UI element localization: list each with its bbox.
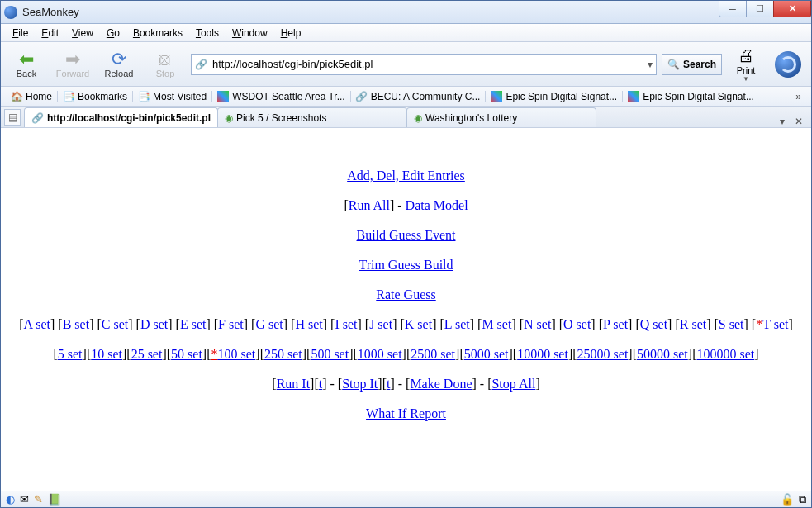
- tab-dropdown[interactable]: ▾: [775, 116, 790, 127]
- tab-1[interactable]: ◉Pick 5 / Screenshots: [217, 107, 407, 127]
- url-bar[interactable]: 🔗 ▾: [191, 54, 657, 75]
- forward-button[interactable]: ➡ Forward: [52, 50, 93, 78]
- link-set-K-set[interactable]: K set: [405, 317, 432, 331]
- link-set-F-set[interactable]: F set: [218, 317, 244, 331]
- new-tab-button[interactable]: ▤: [4, 109, 21, 126]
- bookmark-label: Epic Spin Digital Signat...: [506, 91, 617, 102]
- dropdown-icon[interactable]: ▾: [648, 59, 653, 70]
- menu-tools[interactable]: Tools: [189, 26, 226, 40]
- link-make-done[interactable]: Make Done: [410, 377, 472, 391]
- bookmark-label: Most Visited: [153, 91, 207, 102]
- tab-close[interactable]: ✕: [790, 116, 808, 127]
- bookmark-label: WSDOT Seattle Area Tr...: [232, 91, 345, 102]
- tab-bar: ▤ 🔗http://localhost/cgi-bin/pick5edit.pl…: [1, 107, 811, 128]
- favicon-icon: [628, 91, 639, 102]
- menu-bookmarks[interactable]: Bookmarks: [126, 26, 189, 40]
- link-stop-it[interactable]: Stop It: [342, 377, 378, 391]
- link-set-B-set[interactable]: B set: [63, 317, 89, 331]
- status-zoom-icon[interactable]: ⧉: [799, 493, 806, 506]
- menu-edit[interactable]: Edit: [35, 26, 65, 40]
- number-sets-row: [5 set][10 set][25 set][50 set][*100 set…: [1, 347, 811, 362]
- reload-icon: ⟳: [112, 50, 126, 69]
- menu-go[interactable]: Go: [100, 26, 126, 40]
- link-data-model[interactable]: Data Model: [406, 198, 468, 212]
- close-button[interactable]: ✕: [773, 1, 811, 17]
- link-set-E-set[interactable]: E set: [180, 317, 207, 331]
- link-set-D-set[interactable]: D set: [140, 317, 168, 331]
- tab-label: http://localhost/cgi-bin/pick5edit.pl: [47, 112, 211, 124]
- link-numset-500-set[interactable]: 500 set: [311, 347, 349, 361]
- status-online-icon[interactable]: ◐: [6, 493, 15, 506]
- link-rate-guess[interactable]: Rate Guess: [376, 287, 435, 301]
- link-numset-2500-set[interactable]: 2500 set: [411, 347, 455, 361]
- status-security-icon[interactable]: 🔓: [781, 493, 794, 506]
- link-numset-1000-set[interactable]: 1000 set: [358, 347, 402, 361]
- link-add-del-edit[interactable]: Add, Del, Edit Entries: [347, 169, 465, 183]
- link-numset-5-set[interactable]: 5 set: [58, 347, 83, 361]
- link-trim-guess[interactable]: Trim Guess Build: [359, 258, 453, 272]
- menu-help[interactable]: Help: [274, 26, 308, 40]
- print-button[interactable]: 🖨 Print ▼: [727, 46, 765, 83]
- link-numset-50-set[interactable]: 50 set: [171, 347, 202, 361]
- link-numset-50000-set[interactable]: 50000 set: [637, 347, 688, 361]
- link-set-L-set[interactable]: L set: [444, 317, 470, 331]
- link-set-T-set[interactable]: *T set: [756, 317, 788, 331]
- link-numset-10-set[interactable]: 10 set: [91, 347, 122, 361]
- link-set-I-set[interactable]: I set: [335, 317, 357, 331]
- menu-file[interactable]: File: [6, 26, 35, 40]
- maximize-button[interactable]: ☐: [746, 1, 774, 17]
- link-numset-100000-set[interactable]: 100000 set: [696, 347, 754, 361]
- search-button[interactable]: 🔍 Search: [662, 54, 722, 75]
- page-content: Add, Del, Edit Entries [Run All] - Data …: [1, 129, 811, 490]
- link-what-if[interactable]: What If Report: [366, 406, 446, 420]
- link-run-it[interactable]: Run It: [277, 377, 310, 391]
- link-numset-100-set[interactable]: *100 set: [211, 347, 256, 361]
- bookmark-item-6[interactable]: Epic Spin Digital Signat...: [623, 89, 759, 104]
- print-label: Print: [737, 65, 756, 75]
- link-set-P-set[interactable]: P set: [603, 317, 628, 331]
- favicon-icon: ◉: [225, 112, 233, 124]
- link-numset-25-set[interactable]: 25 set: [131, 347, 163, 361]
- link-stop-all[interactable]: Stop All: [491, 377, 535, 391]
- link-set-Q-set[interactable]: Q set: [640, 317, 667, 331]
- bookmark-item-4[interactable]: 🔗BECU: A Community C...: [351, 89, 486, 104]
- bookmark-item-3[interactable]: WSDOT Seattle Area Tr...: [212, 89, 350, 104]
- link-set-S-set[interactable]: S set: [719, 317, 744, 331]
- link-run-all[interactable]: Run All: [349, 198, 390, 212]
- link-set-A-set[interactable]: A set: [24, 317, 50, 331]
- window-title: SeaMonkey: [22, 6, 79, 18]
- link-set-G-set[interactable]: G set: [255, 317, 283, 331]
- status-compose-icon[interactable]: ✎: [34, 493, 43, 506]
- link-set-O-set[interactable]: O set: [563, 317, 591, 331]
- menu-window[interactable]: Window: [226, 26, 274, 40]
- back-button[interactable]: ⬅ Back: [6, 50, 47, 78]
- link-numset-250-set[interactable]: 250 set: [264, 347, 302, 361]
- menu-view[interactable]: View: [65, 26, 100, 40]
- link-set-J-set[interactable]: J set: [369, 317, 392, 331]
- link-numset-25000-set[interactable]: 25000 set: [577, 347, 629, 361]
- bookmark-item-2[interactable]: 📑Most Visited: [133, 89, 211, 104]
- bookmark-item-5[interactable]: Epic Spin Digital Signat...: [486, 89, 622, 104]
- back-label: Back: [17, 69, 36, 78]
- throbber-icon: [775, 51, 801, 78]
- bookmark-label: Home: [26, 91, 52, 102]
- stop-button[interactable]: ⦻ Stop: [145, 50, 186, 78]
- status-addressbook-icon[interactable]: 📗: [48, 493, 61, 506]
- link-build-guess[interactable]: Build Guess Event: [357, 228, 456, 242]
- link-set-R-set[interactable]: R set: [680, 317, 706, 331]
- tab-2[interactable]: ◉Washington's Lottery: [406, 107, 596, 127]
- reload-button[interactable]: ⟳ Reload: [98, 50, 140, 78]
- link-set-C-set[interactable]: C set: [102, 317, 128, 331]
- link-set-H-set[interactable]: H set: [295, 317, 322, 331]
- bookmarks-overflow[interactable]: »: [791, 91, 806, 102]
- link-set-N-set[interactable]: N set: [524, 317, 551, 331]
- url-input[interactable]: [211, 57, 644, 71]
- bookmark-item-1[interactable]: 📑Bookmarks: [58, 89, 132, 104]
- link-numset-5000-set[interactable]: 5000 set: [464, 347, 509, 361]
- minimize-button[interactable]: ─: [719, 1, 747, 17]
- status-mail-icon[interactable]: ✉: [20, 493, 29, 506]
- link-numset-10000-set[interactable]: 10000 set: [517, 347, 568, 361]
- link-set-M-set[interactable]: M set: [482, 317, 511, 331]
- tab-0[interactable]: 🔗http://localhost/cgi-bin/pick5edit.pl: [24, 107, 218, 127]
- bookmark-item-0[interactable]: 🏠Home: [6, 89, 57, 104]
